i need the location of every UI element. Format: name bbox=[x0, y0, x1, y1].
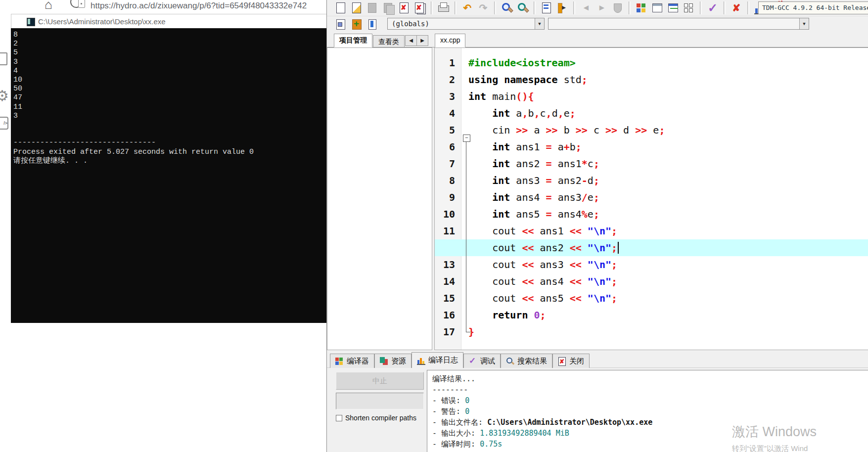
code-line: cout << ans3 << "\n"; bbox=[435, 256, 868, 273]
find-icon[interactable] bbox=[499, 1, 515, 15]
bottom-tab-label: 编译日志 bbox=[428, 356, 458, 365]
abort-button[interactable]: 中止 bbox=[336, 372, 424, 390]
new-file-icon[interactable] bbox=[333, 1, 349, 15]
sidebar-page-icon[interactable] bbox=[0, 52, 7, 65]
bottom-panel: 编译器资源编译日志调试搜索结果关闭 中止 Shorten compiler pa… bbox=[327, 350, 868, 452]
compile-log-line: -------- bbox=[432, 384, 864, 395]
compile-progress-bar bbox=[336, 393, 424, 409]
compile-log[interactable]: 编译结果...--------- 错误: 0- 警告: 0- 输出文件名: C:… bbox=[427, 370, 868, 452]
tab-scroll-right-icon[interactable]: ▶ bbox=[416, 35, 428, 46]
fold-line-end bbox=[466, 332, 471, 332]
console-title-bar[interactable]: C:\Users\Administrator\Desktop\xx.exe bbox=[11, 14, 327, 29]
code-line: int ans1 = a+b; bbox=[435, 138, 868, 155]
samples-section: Samples 输入数据 1 输出数据 1 82534 Copy 10 // 8… bbox=[0, 323, 326, 452]
code-line: return 0; bbox=[435, 307, 868, 323]
compile-icon[interactable] bbox=[634, 1, 649, 15]
checkbox-label: Shorten compiler paths bbox=[345, 414, 416, 422]
goto-definition-icon[interactable] bbox=[365, 17, 380, 31]
redo-icon: ↷ bbox=[475, 1, 491, 15]
bottom-tab-debug[interactable]: 调试 bbox=[463, 354, 501, 368]
console-line bbox=[13, 121, 326, 130]
code-line: } bbox=[435, 323, 868, 340]
pause-icon bbox=[610, 1, 626, 15]
fold-line bbox=[466, 142, 466, 332]
tab-class-viewer[interactable]: 查看类 bbox=[373, 35, 405, 47]
close-file-icon[interactable] bbox=[396, 1, 412, 15]
undo-icon[interactable]: ↶ bbox=[459, 1, 475, 15]
close-all-icon[interactable] bbox=[412, 1, 428, 15]
rebuild-all-icon[interactable] bbox=[681, 1, 697, 15]
bottom-tab-close[interactable]: 关闭 bbox=[552, 354, 590, 368]
save-all-icon bbox=[380, 1, 396, 15]
code-line: int ans2 = ans1*c; bbox=[435, 155, 868, 172]
gear-icon[interactable]: ⚙ bbox=[0, 87, 9, 104]
new-class-icon[interactable] bbox=[349, 17, 365, 31]
code-line: using namespace std; bbox=[435, 71, 868, 88]
bottom-tab-resources[interactable]: 资源 bbox=[374, 354, 411, 368]
goto-line-icon[interactable] bbox=[554, 1, 570, 15]
home-icon[interactable]: ⌂ bbox=[45, 0, 52, 12]
tab-row: 项目管理 查看类 ◀ ▶ xx.cpp bbox=[327, 32, 868, 47]
console-line: 8 bbox=[13, 31, 326, 40]
chevron-down-icon[interactable]: ▼ bbox=[535, 18, 544, 29]
bottom-tab-compile-log[interactable]: 编译日志 bbox=[411, 352, 463, 368]
code-brackets-icon[interactable]: /> bbox=[0, 117, 8, 130]
bottom-tab-compiler[interactable]: 编译器 bbox=[330, 354, 374, 368]
forward-icon: ► bbox=[594, 1, 610, 15]
chart-icon bbox=[417, 356, 425, 365]
console-line: 3 bbox=[13, 58, 326, 67]
bottom-tabs: 编译器资源编译日志调试搜索结果关闭 bbox=[330, 352, 590, 368]
toolbar-separator bbox=[573, 1, 575, 14]
main-toolbar: ↶ ↷ ◄ ► ✓ ✘ TDM-GCC 4.9.2 64-bit Relea bbox=[327, 0, 868, 16]
pages-icon bbox=[380, 357, 388, 365]
compile-run-icon[interactable] bbox=[665, 1, 681, 15]
code-line: int ans3 = ans2-d; bbox=[435, 172, 868, 189]
replace-icon[interactable] bbox=[539, 1, 554, 15]
console-line: 4 bbox=[13, 67, 326, 76]
console-title-text: C:\Users\Administrator\Desktop\xx.exe bbox=[38, 14, 166, 29]
tab-xx-cpp[interactable]: xx.cpp bbox=[435, 34, 465, 47]
search-icon bbox=[506, 357, 514, 365]
fold-marker-icon[interactable]: − bbox=[463, 135, 470, 142]
toolbar-separator bbox=[534, 1, 536, 14]
url-text[interactable]: https://hydro.ac/d/zixuewang/p/6?tid=654… bbox=[91, 0, 328, 13]
abort-compile-icon[interactable]: ✘ bbox=[729, 1, 744, 15]
console-line: 11 bbox=[13, 103, 326, 112]
syntax-check-icon[interactable]: ✓ bbox=[705, 1, 721, 15]
print-icon[interactable] bbox=[436, 1, 452, 15]
console-output[interactable]: 82534105047113--------------------------… bbox=[11, 28, 326, 323]
shorten-paths-option[interactable]: Shorten compiler paths bbox=[336, 413, 416, 422]
compile-log-line: - 输出文件名: C:\Users\Administrator\Desktop\… bbox=[432, 417, 864, 428]
console-line: 2 bbox=[13, 40, 326, 48]
code-line: cout << ans4 << "\n"; bbox=[435, 273, 868, 290]
console-line: Process exited after 5.027 seconds with … bbox=[13, 148, 326, 157]
browser-address-bar[interactable]: ⌂ https://hydro.ac/d/zixuewang/p/6?tid=6… bbox=[0, 0, 326, 14]
compiler-select[interactable]: TDM-GCC 4.9.2 64-bit Release bbox=[758, 1, 868, 14]
bottom-tab-search-results[interactable]: 搜索结果 bbox=[501, 354, 552, 368]
find-in-files-icon[interactable] bbox=[515, 1, 531, 15]
checkbox-icon[interactable] bbox=[336, 415, 342, 421]
code-line: int ans4 = ans3/e; bbox=[435, 189, 868, 206]
bottom-tab-label: 搜索结果 bbox=[517, 357, 547, 366]
console-line: 请按任意键继续. . . bbox=[13, 157, 326, 166]
goto-declaration-icon[interactable] bbox=[333, 17, 349, 31]
members-combobox[interactable]: ▼ bbox=[548, 18, 809, 30]
run-icon[interactable] bbox=[649, 1, 665, 15]
squares-icon bbox=[335, 357, 344, 365]
code-line: #include<iostream> bbox=[435, 54, 868, 71]
tab-scroll-left-icon[interactable]: ◀ bbox=[405, 35, 417, 46]
chevron-down-icon[interactable]: ▼ bbox=[799, 18, 809, 29]
compile-log-line: - 错误: 0 bbox=[432, 395, 864, 406]
bottom-tab-label: 编译器 bbox=[347, 357, 369, 366]
code-line: cin >> a >> b >> c >> d >> e; bbox=[435, 122, 868, 138]
code-line: int main(){ bbox=[435, 88, 868, 105]
code-editor[interactable]: 1234567891011121314151617 − #include<ios… bbox=[434, 47, 868, 350]
project-manager-panel[interactable] bbox=[327, 47, 432, 350]
globals-combobox[interactable]: (globals) ▼ bbox=[387, 18, 545, 30]
toolbar-separator bbox=[629, 1, 631, 14]
open-file-icon[interactable] bbox=[349, 1, 365, 15]
tab-project-manager[interactable]: 项目管理 bbox=[334, 34, 372, 47]
code-area[interactable]: #include<iostream>using namespace std;in… bbox=[435, 54, 868, 340]
compile-log-line: 编译结果... bbox=[432, 373, 864, 384]
bottom-tab-label: 调试 bbox=[480, 357, 495, 366]
